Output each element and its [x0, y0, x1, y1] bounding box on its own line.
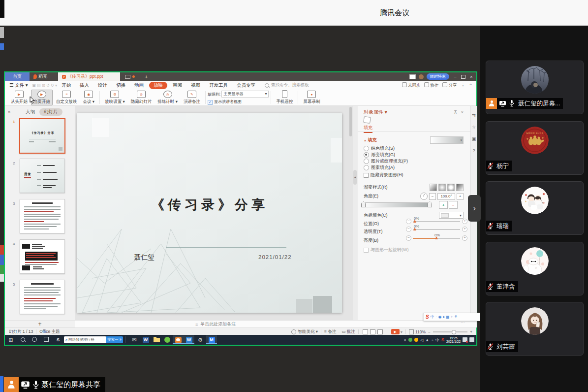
- notification-icon[interactable]: [463, 337, 467, 342]
- close-panel-icon[interactable]: ×: [461, 110, 464, 115]
- transparency-plus[interactable]: +: [462, 227, 467, 232]
- ime-indicator[interactable]: 中: [435, 337, 439, 343]
- fill-section-header[interactable]: ▲ 填充 ▾: [364, 136, 464, 144]
- menu-member[interactable]: 会员专享: [232, 82, 260, 89]
- tray-orange-icon[interactable]: [414, 338, 418, 342]
- remove-stop-button[interactable]: −: [449, 201, 458, 209]
- transparency-thumb[interactable]: [413, 228, 416, 230]
- fill-option-picture[interactable]: 图片或纹理填充(P): [364, 158, 464, 164]
- add-slide-button[interactable]: +: [5, 320, 75, 328]
- zoom-out-button[interactable]: −: [428, 329, 431, 334]
- collapse-ribbon[interactable]: ⌃: [469, 83, 472, 88]
- file-menu[interactable]: ☰ 文件 ▾: [5, 82, 32, 89]
- menu-animation[interactable]: 动画: [130, 82, 148, 89]
- ribbon-show-settings[interactable]: ⚙放映设置 ▾: [102, 90, 127, 105]
- wechat-icon[interactable]: [173, 335, 184, 344]
- collapse-handle[interactable]: ◂: [353, 170, 357, 185]
- properties-rail-icon[interactable]: ⇆: [471, 113, 477, 118]
- thumbnail-slide-5[interactable]: [20, 280, 65, 314]
- tray-expand-icon[interactable]: ∧: [403, 338, 406, 342]
- normal-view-icon[interactable]: [363, 329, 368, 334]
- gradient-stop-bar[interactable]: [362, 202, 432, 207]
- collapse-panel-button[interactable]: «: [8, 109, 10, 114]
- action-center-icon[interactable]: [469, 337, 474, 342]
- sogou-tray-icon[interactable]: S: [441, 337, 444, 342]
- taskbar-search-icon[interactable]: [17, 337, 29, 343]
- account-avatar[interactable]: [419, 74, 424, 79]
- menu-transition[interactable]: 切换: [112, 82, 130, 89]
- brightness-slider-filled[interactable]: [413, 238, 436, 239]
- add-stop-button[interactable]: +: [439, 201, 448, 209]
- sync-status[interactable]: 未同步: [402, 82, 421, 89]
- gradient-style-2[interactable]: [438, 184, 446, 191]
- fill-option-gradient[interactable]: 渐变填充(G): [364, 152, 464, 158]
- effects-rail-icon[interactable]: ☆: [471, 125, 477, 130]
- pin-icon[interactable]: ⊼: [454, 110, 457, 115]
- gradient-style-4[interactable]: [456, 184, 464, 191]
- browser360-icon[interactable]: [162, 335, 173, 344]
- rewards-icon[interactable]: [409, 74, 416, 79]
- beautify-button[interactable]: 智能美化 ▾: [298, 329, 318, 335]
- canvas-scrollbar[interactable]: [349, 107, 352, 136]
- mail-app-icon[interactable]: ✉: [128, 337, 140, 343]
- ribbon-hide-slide[interactable]: ⊘隐藏幻灯片: [128, 90, 155, 105]
- gradient-stop[interactable]: [428, 201, 432, 207]
- participant-tile[interactable]: 刘芸霞: [486, 302, 584, 356]
- pinned-app-icon[interactable]: S: [52, 337, 64, 342]
- comments-button[interactable]: ▭ 批注: [341, 329, 355, 335]
- sorter-view-icon[interactable]: [370, 329, 375, 334]
- rotate-with-shape-checkbox[interactable]: 与图形一起旋转(W): [364, 247, 464, 253]
- participant-tile[interactable]: 董津含: [486, 242, 584, 295]
- stop-color-dropdown[interactable]: ▾: [439, 212, 464, 219]
- fill-option-solid[interactable]: 纯色填充(S): [364, 145, 464, 152]
- slideshow-play-button[interactable]: ▶: [391, 329, 400, 334]
- volume-icon[interactable]: ◁: [420, 338, 423, 342]
- share-button[interactable]: 分享: [442, 82, 457, 89]
- menu-start[interactable]: 开始: [57, 82, 75, 89]
- notes-bar[interactable]: ≡ 单击此处添加备注: [75, 320, 476, 328]
- display-target-dropdown[interactable]: 主要显示器▾: [221, 91, 269, 98]
- sidebar-expand-button[interactable]: ›: [468, 195, 481, 222]
- menu-design[interactable]: 设计: [93, 82, 112, 89]
- fill-preset-dropdown[interactable]: ▾: [430, 136, 464, 144]
- brightness-slider[interactable]: [436, 238, 460, 239]
- cortana-icon[interactable]: [29, 337, 40, 343]
- tab-home[interactable]: 首页: [5, 72, 30, 81]
- angle-dial[interactable]: [420, 193, 428, 200]
- angle-plus[interactable]: +: [457, 193, 464, 200]
- hide-background-checkbox[interactable]: 隐藏背景图形(H): [364, 172, 464, 178]
- position-thumb[interactable]: [413, 220, 416, 223]
- sogou-ime-toolbar[interactable]: S 中 · ◉ ♦ ▦ + ⚘: [423, 313, 484, 321]
- more-menu[interactable]: ⋮: [461, 83, 465, 88]
- frame-rail-icon[interactable]: ▣: [471, 136, 477, 141]
- ime-drag-dots[interactable]: ⋯: [461, 321, 465, 325]
- participant-tile-sharer[interactable]: 聂仁玺的屏幕...: [486, 61, 584, 114]
- thumbnail-slide-1[interactable]: 《传习录》分享: [19, 118, 65, 154]
- ribbon-meeting[interactable]: ◉会议 ▾: [81, 90, 97, 105]
- reading-view-icon[interactable]: [377, 329, 383, 334]
- minimize-button[interactable]: –: [452, 74, 458, 79]
- command-search-input[interactable]: 查找命令、搜索模板: [271, 82, 309, 88]
- taskbar-clock[interactable]: 19:252021/1/22: [446, 336, 461, 343]
- wps-app-icon[interactable]: W: [184, 335, 194, 344]
- gradient-style-1[interactable]: [430, 184, 437, 191]
- transparency-slider[interactable]: [413, 229, 460, 230]
- angle-value[interactable]: 109.0°: [437, 193, 455, 200]
- tab-document[interactable]: P《传习录》ppt.ppt: [58, 72, 120, 81]
- close-button[interactable]: ×: [468, 74, 474, 79]
- position-minus[interactable]: −: [406, 219, 411, 224]
- menu-view[interactable]: 视图: [186, 82, 205, 89]
- menu-insert[interactable]: 插入: [75, 82, 93, 89]
- participant-tile[interactable]: GOOD LUCK 杨宁: [486, 121, 584, 175]
- ime-mode[interactable]: 中: [431, 314, 434, 320]
- slides-tab-selected[interactable]: 幻灯片: [39, 108, 62, 116]
- current-slide[interactable]: 《传习录》分享 聂仁玺 2021/01/22: [77, 113, 342, 313]
- notes-button[interactable]: ≡ 备注: [324, 329, 336, 335]
- menu-devtools[interactable]: 开发工具: [205, 82, 232, 89]
- ribbon-phone-remote[interactable]: 手机遥控: [274, 90, 295, 105]
- brightness-thumb[interactable]: [435, 236, 438, 239]
- start-button[interactable]: ⊞: [5, 337, 17, 343]
- task-view-icon[interactable]: [40, 337, 52, 343]
- web-search-button[interactable]: 搜索一下: [106, 336, 123, 343]
- menu-slideshow-active[interactable]: 放映: [149, 82, 167, 89]
